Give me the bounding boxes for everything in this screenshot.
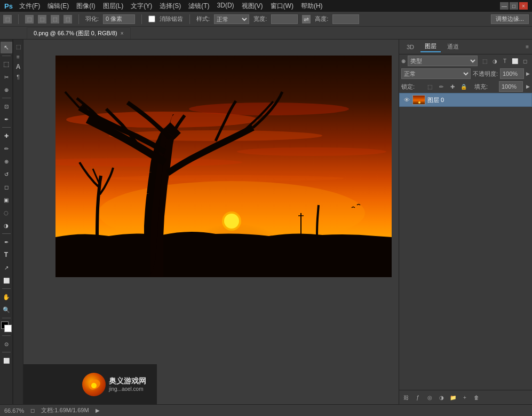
layers-action-icons: ⛓ ƒ ◎ ◑ 📁 + 🗑 (401, 393, 530, 402)
link-layers-icon[interactable]: ⛓ (401, 393, 411, 402)
side-icon-a[interactable]: A (13, 62, 23, 72)
layer-item-0[interactable]: 👁 图层 0 (399, 93, 532, 107)
side-icon-1[interactable]: ⬚ (13, 42, 23, 51)
close-button[interactable]: × (519, 2, 528, 10)
menu-filter[interactable]: 滤镜(T) (185, 1, 212, 12)
text-tool[interactable]: T (1, 249, 12, 261)
tool-sep1 (2, 56, 11, 56)
eyedropper-tool[interactable]: ✒ (1, 113, 12, 125)
svg-point-10 (222, 211, 241, 231)
layers-list: 👁 图层 0 (399, 93, 532, 390)
filter-pixel-icon[interactable]: ⬚ (480, 56, 489, 66)
opacity-input[interactable] (500, 68, 524, 79)
quick-mask-tool[interactable]: ⊙ (1, 338, 12, 350)
color-boxes[interactable] (1, 321, 12, 332)
move-tool[interactable]: ↖ (1, 42, 12, 53)
filter-smart-icon[interactable]: ◻ (520, 56, 530, 66)
tab-channels[interactable]: 通道 (443, 42, 463, 52)
layers-bottom-bar: ⛓ ƒ ◎ ◑ 📁 + 🗑 (399, 390, 532, 404)
new-adjustment-icon[interactable]: ◑ (436, 393, 446, 402)
filter-shape-icon[interactable]: ⬜ (510, 56, 520, 66)
hand-tool[interactable]: ✋ (1, 291, 12, 303)
new-layer-icon[interactable]: + (460, 393, 470, 402)
feather-input[interactable] (103, 14, 135, 24)
lock-position-icon[interactable]: ✚ (449, 82, 457, 91)
style-select[interactable]: 正常 固定比例 固定大小 (214, 14, 249, 24)
side-icon-2[interactable]: ≡ (13, 52, 23, 61)
dodge-tool[interactable]: ◑ (1, 219, 12, 231)
menu-image[interactable]: 图像(I) (73, 1, 98, 12)
menu-file[interactable]: 文件(F) (16, 1, 43, 12)
tab-layers[interactable]: 图层 (420, 41, 441, 52)
filter-select[interactable]: 类型 (408, 56, 478, 66)
add-selection-icon[interactable]: ⬚ (38, 15, 46, 23)
document-tab[interactable]: 0.png @ 66.7% (图层 0, RGB/8) × (27, 27, 131, 39)
delete-layer-icon[interactable]: 🗑 (472, 393, 481, 402)
layer-effects-icon[interactable]: ƒ (413, 393, 423, 402)
blur-tool[interactable]: ◌ (1, 207, 12, 218)
background-color[interactable] (4, 325, 12, 332)
add-mask-icon[interactable]: ◎ (425, 393, 434, 402)
watermark-site-name: 奥义游戏网 (109, 376, 146, 386)
canvas-container (55, 56, 392, 277)
title-bar: Ps 文件(F) 编辑(E) 图像(I) 图层(L) 文字(Y) 选择(S) 滤… (0, 0, 532, 12)
filter-text-icon[interactable]: T (500, 56, 510, 66)
menu-text[interactable]: 文字(Y) (128, 1, 155, 12)
stamp-tool[interactable]: ⊕ (1, 155, 12, 167)
history-tool[interactable]: ↺ (1, 168, 12, 180)
svg-point-16 (418, 101, 420, 104)
zoom-level: 66.67% (4, 407, 24, 414)
brush-tool[interactable]: ✏ (1, 143, 12, 154)
eraser-tool[interactable]: ◻ (1, 181, 12, 193)
path-tool[interactable]: ↗ (1, 262, 12, 273)
svg-point-14 (91, 383, 97, 388)
filter-adjustment-icon[interactable]: ◑ (490, 56, 499, 66)
menu-select[interactable]: 选择(S) (156, 1, 184, 12)
panel-menu-icon[interactable]: ≡ (526, 44, 529, 50)
menu-window[interactable]: 窗口(W) (267, 1, 297, 12)
menu-edit[interactable]: 编辑(E) (44, 1, 72, 12)
menu-3d[interactable]: 3D(D) (214, 1, 237, 12)
adjust-edge-button[interactable]: 调整边缘... (491, 14, 529, 24)
swap-icon[interactable]: ⇌ (302, 15, 311, 23)
screen-mode-tool[interactable]: ⬜ (1, 355, 12, 366)
side-icon-p[interactable]: ¶ (13, 72, 23, 82)
lock-transparent-icon[interactable]: ⬚ (426, 82, 434, 91)
subtract-selection-icon[interactable]: ⬚ (51, 15, 59, 23)
heal-tool[interactable]: ✚ (1, 130, 12, 142)
lock-pixels-icon[interactable]: ✏ (437, 82, 445, 91)
wand-tool[interactable]: ⊕ (1, 84, 12, 96)
pen-tool[interactable]: ✒ (1, 236, 12, 248)
anti-alias-checkbox[interactable] (148, 15, 155, 22)
zoom-tool[interactable]: 🔍 (1, 304, 12, 316)
lasso-tool[interactable]: ✂ (1, 71, 12, 83)
tab-close-button[interactable]: × (121, 30, 124, 36)
shape-tool[interactable]: ⬜ (1, 274, 12, 286)
opacity-arrow[interactable]: ▶ (526, 71, 530, 76)
minimize-button[interactable]: — (500, 2, 509, 10)
tab-3d[interactable]: 3D (402, 43, 418, 51)
anti-alias-label: 消除锯齿 (160, 15, 183, 23)
gradient-tool[interactable]: ▣ (1, 194, 12, 206)
arrow-right-icon[interactable]: ▶ (96, 407, 100, 413)
menu-layer[interactable]: 图层(L) (100, 1, 127, 12)
style-label: 样式: (196, 15, 210, 23)
height-input[interactable] (332, 14, 359, 24)
window-controls: — □ × (500, 2, 528, 10)
blend-mode-select[interactable]: 正常 (401, 68, 471, 79)
crop-tool[interactable]: ⊡ (1, 100, 12, 112)
menu-help[interactable]: 帮助(H) (298, 1, 326, 12)
feather-label: 羽化: (85, 15, 99, 23)
new-group-icon[interactable]: 📁 (448, 393, 458, 402)
menu-view[interactable]: 视图(V) (239, 1, 266, 12)
intersect-selection-icon[interactable]: ⬚ (63, 15, 72, 23)
width-input[interactable] (271, 14, 298, 24)
maximize-button[interactable]: □ (510, 2, 518, 10)
right-panel: 3D 图层 通道 ≡ ⊕ 类型 ⬚ ◑ T ⬜ ◻ 正常 不透明度 (399, 40, 532, 404)
layer-eye-icon[interactable]: 👁 (403, 96, 410, 104)
lock-all-icon[interactable]: 🔒 (460, 82, 468, 91)
fill-input[interactable] (499, 81, 523, 92)
new-selection-icon[interactable]: ⬚ (25, 15, 34, 23)
fill-arrow[interactable]: ▶ (526, 84, 530, 89)
marquee-tool[interactable]: ⬚ (1, 58, 12, 70)
